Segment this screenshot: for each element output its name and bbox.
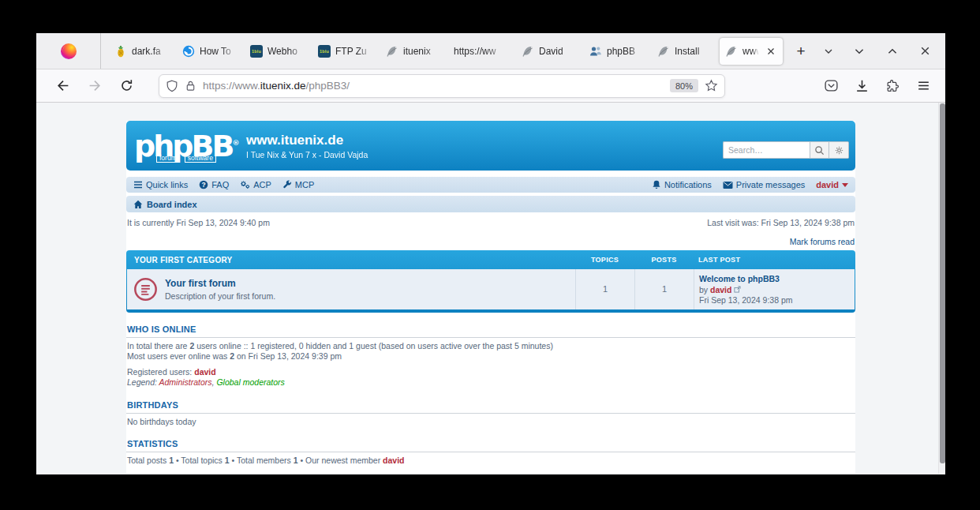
hamburger-menu-icon[interactable] bbox=[916, 78, 931, 93]
close-window-button[interactable] bbox=[919, 45, 931, 57]
mcp-label: MCP bbox=[295, 180, 314, 189]
tab-url[interactable]: https://ww bbox=[448, 38, 516, 65]
last-post-time: Fri Sep 13, 2024 9:38 pm bbox=[699, 295, 851, 306]
page-scrollbar[interactable] bbox=[938, 103, 945, 474]
logo-forum-label: forum bbox=[156, 155, 180, 163]
mcp-link[interactable]: MCP bbox=[282, 180, 314, 189]
goto-post-icon[interactable] bbox=[734, 286, 741, 293]
url-path: /phpBB3/ bbox=[306, 80, 350, 92]
tab-label: David bbox=[539, 46, 578, 57]
logo-software-label: software bbox=[185, 155, 216, 163]
url-scheme: https://www. bbox=[203, 80, 260, 92]
tab-ftp[interactable]: 1blu FTP Zu bbox=[312, 38, 380, 65]
tab-how-to[interactable]: How To bbox=[177, 38, 245, 65]
acp-label: ACP bbox=[253, 180, 271, 189]
zoom-level-badge[interactable]: 80% bbox=[670, 79, 698, 92]
column-topics: TOPICS bbox=[575, 256, 634, 264]
maximize-button[interactable] bbox=[886, 45, 899, 58]
user-menu[interactable]: david bbox=[816, 180, 848, 189]
tab-ituenix[interactable]: ituenix bbox=[380, 38, 448, 65]
tab-active-www[interactable]: www bbox=[720, 38, 783, 65]
forum-header: phpBB® forumsoftware www.ituenix.de I Tu… bbox=[126, 121, 855, 171]
tab-david[interactable]: David bbox=[516, 38, 584, 65]
pocket-icon[interactable] bbox=[824, 78, 839, 93]
tab-label: ituenix bbox=[403, 46, 443, 57]
new-tab-button[interactable]: + bbox=[789, 39, 813, 63]
current-time-text: It is currently Fri Sep 13, 2024 9:40 pm bbox=[127, 218, 270, 227]
search-button[interactable] bbox=[810, 141, 829, 159]
category-title[interactable]: YOUR FIRST CATEGORY bbox=[127, 256, 575, 264]
scrollbar-thumb[interactable] bbox=[940, 103, 945, 463]
forum-last-post-cell: Welcome to phpBB3 by david Fri Sep 13, 2… bbox=[694, 269, 855, 309]
column-last-post: LAST POST bbox=[694, 256, 855, 264]
breadcrumb-board-index[interactable]: Board index bbox=[147, 200, 197, 209]
forum-unread-icon bbox=[133, 277, 158, 302]
quick-links-menu[interactable]: Quick links bbox=[133, 180, 188, 189]
tab-strip: dark.fa How To 1blu Webho 1blu FTP Zu bbox=[101, 33, 840, 69]
tab-bar: dark.fa How To 1blu Webho 1blu FTP Zu bbox=[36, 33, 945, 69]
last-post-title-link[interactable]: Welcome to phpBB3 bbox=[699, 274, 851, 285]
tab-label: phpBB bbox=[607, 46, 646, 57]
question-icon: ? bbox=[199, 180, 208, 189]
private-messages-link[interactable]: Private messages bbox=[723, 180, 805, 189]
logo-registered-mark: ® bbox=[232, 139, 239, 147]
search-settings-button[interactable] bbox=[829, 141, 849, 159]
chevron-down-icon bbox=[842, 183, 848, 187]
faq-link[interactable]: ? FAQ bbox=[199, 180, 229, 189]
forum-navbar: Quick links ? FAQ ACP MCP Noti bbox=[126, 177, 855, 193]
wrench-icon bbox=[282, 180, 292, 189]
forum-description: Description of your first forum. bbox=[165, 291, 275, 301]
notifications-link[interactable]: Notifications bbox=[652, 180, 712, 189]
breadcrumb-bar: Board index bbox=[126, 196, 855, 212]
tab-label: Install bbox=[675, 46, 714, 57]
tab-label: dark.fa bbox=[132, 46, 171, 57]
bookmark-star-icon[interactable] bbox=[705, 79, 718, 92]
legend-global-moderators-link[interactable]: Global moderators bbox=[216, 377, 284, 387]
minimize-button[interactable] bbox=[853, 45, 866, 58]
extensions-puzzle-icon[interactable] bbox=[885, 78, 900, 93]
faq-label: FAQ bbox=[211, 180, 229, 189]
url-bar[interactable]: https://www.ituenix.de/phpBB3/ 80% bbox=[159, 74, 725, 98]
acp-link[interactable]: ACP bbox=[240, 180, 271, 189]
gears-icon bbox=[240, 180, 250, 189]
legend-administrators-link[interactable]: Administrators bbox=[159, 377, 211, 387]
feather-icon bbox=[386, 45, 398, 58]
phpbb-page: phpBB® forumsoftware www.ituenix.de I Tu… bbox=[126, 121, 855, 474]
tab-close-icon[interactable] bbox=[765, 45, 777, 58]
tab-label: FTP Zu bbox=[335, 46, 375, 57]
last-post-author-link[interactable]: david bbox=[710, 285, 731, 294]
swirl-icon bbox=[182, 45, 195, 58]
firefox-menu-zone[interactable] bbox=[36, 33, 101, 69]
feather-icon bbox=[522, 45, 534, 58]
search-input[interactable] bbox=[723, 141, 810, 159]
tab-install[interactable]: Install bbox=[652, 38, 720, 65]
url-text[interactable]: https://www.ituenix.de/phpBB3/ bbox=[203, 80, 664, 92]
forum-posts-count: 1 bbox=[634, 269, 694, 309]
back-button[interactable] bbox=[55, 78, 70, 93]
tab-label: https://ww bbox=[454, 46, 511, 57]
search-icon bbox=[814, 145, 825, 156]
feather-icon bbox=[657, 45, 670, 58]
forum-name-link[interactable]: Your first forum bbox=[165, 278, 275, 289]
notifications-label: Notifications bbox=[664, 180, 712, 189]
tab-phpbb[interactable]: phpBB bbox=[584, 38, 652, 65]
tab-dark-fa[interactable]: dark.fa bbox=[109, 38, 177, 65]
reload-button[interactable] bbox=[120, 79, 133, 92]
lock-icon[interactable] bbox=[185, 80, 196, 92]
feather-icon bbox=[725, 45, 738, 58]
tab-webhosting[interactable]: 1blu Webho bbox=[245, 38, 312, 65]
people-icon bbox=[589, 45, 602, 58]
mark-forums-read-link[interactable]: Mark forums read bbox=[790, 237, 855, 246]
private-messages-label: Private messages bbox=[736, 180, 805, 189]
registered-user-link[interactable]: david bbox=[194, 367, 215, 377]
newest-member-link[interactable]: david bbox=[383, 456, 404, 465]
browser-window: dark.fa How To 1blu Webho 1blu FTP Zu bbox=[36, 33, 945, 474]
search-box bbox=[723, 141, 849, 159]
forward-button[interactable] bbox=[88, 78, 103, 93]
phpbb-logo[interactable]: phpBB® forumsoftware bbox=[134, 129, 237, 163]
home-icon bbox=[133, 200, 143, 209]
birthdays-text: No birthdays today bbox=[126, 417, 855, 428]
shield-icon[interactable] bbox=[166, 80, 178, 92]
list-all-tabs-button[interactable] bbox=[817, 40, 840, 62]
download-icon[interactable] bbox=[855, 78, 870, 93]
